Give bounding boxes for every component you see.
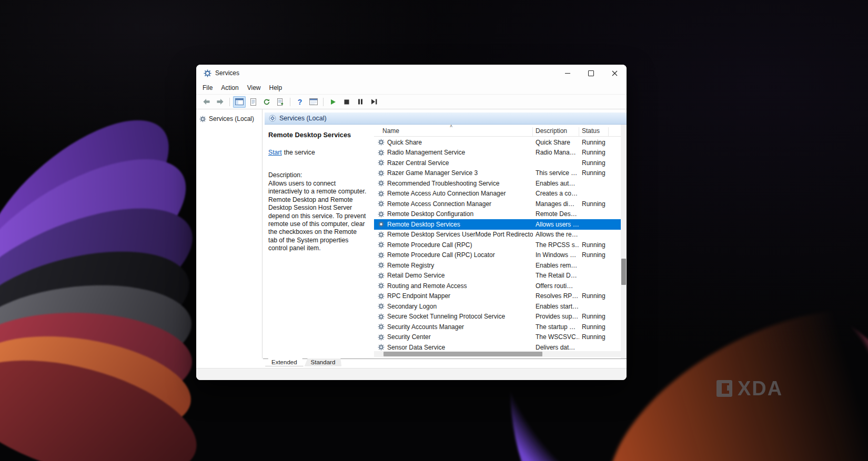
- menu-help[interactable]: Help: [265, 83, 287, 93]
- window-title: Services: [215, 69, 239, 77]
- menu-file[interactable]: File: [198, 83, 217, 93]
- service-gear-icon: [378, 231, 385, 238]
- service-name: Security Accounts Manager: [387, 323, 533, 331]
- pane-header: Services (Local): [265, 112, 627, 125]
- service-description: Resolves RP…: [533, 292, 579, 300]
- service-row[interactable]: Remote Desktop ServicesAllows users …: [374, 219, 621, 230]
- forward-icon[interactable]: [214, 96, 226, 108]
- export-icon[interactable]: [247, 96, 259, 108]
- service-status: Running: [579, 169, 609, 177]
- service-row[interactable]: Remote Access Auto Connection ManagerCre…: [374, 189, 621, 199]
- sort-ascending-icon: ˄: [450, 124, 452, 129]
- toolbar-separator: [290, 98, 290, 106]
- horizontal-scrollbar-thumb[interactable]: [383, 352, 542, 356]
- column-header-status[interactable]: Status: [579, 127, 609, 136]
- service-row[interactable]: Recommended Troubleshooting ServiceEnabl…: [374, 178, 621, 189]
- service-description: Radio Mana…: [533, 149, 579, 156]
- service-row[interactable]: Remote Desktop Services UserMode Port Re…: [374, 230, 621, 240]
- tab-extended[interactable]: Extended: [265, 358, 304, 366]
- service-description: This service …: [533, 169, 579, 177]
- service-gear-icon: [378, 190, 385, 197]
- selected-service-title: Remote Desktop Services: [268, 131, 367, 139]
- pause-service-icon[interactable]: [354, 96, 367, 108]
- service-gear-icon: [378, 323, 385, 330]
- menu-view[interactable]: View: [243, 83, 265, 93]
- service-row[interactable]: Remote RegistryEnables rem…: [374, 260, 621, 271]
- horizontal-scrollbar[interactable]: [374, 351, 621, 357]
- service-name: Sensor Data Service: [387, 344, 533, 351]
- service-gear-icon: [378, 272, 385, 279]
- service-row[interactable]: Remote Procedure Call (RPC)The RPCSS s…R…: [374, 240, 621, 250]
- service-gear-icon: [378, 241, 385, 248]
- menu-action[interactable]: Action: [217, 83, 243, 93]
- service-status: Running: [579, 200, 609, 208]
- tree-item-label: Services (Local): [209, 115, 254, 122]
- status-bar: [196, 368, 627, 380]
- service-row[interactable]: Razer Central ServiceRunning: [374, 158, 621, 168]
- service-status: Running: [579, 333, 609, 341]
- service-row[interactable]: RPC Endpoint MapperResolves RP…Running: [374, 291, 621, 302]
- window-controls: [556, 65, 627, 81]
- service-row[interactable]: Security Accounts ManagerThe startup …Ru…: [374, 322, 621, 332]
- service-gear-icon: [378, 282, 385, 289]
- maximize-icon: [588, 70, 594, 76]
- export-list-icon[interactable]: [274, 96, 287, 108]
- console-main: Services (Local) Services (Local) Remote…: [196, 109, 627, 358]
- service-row[interactable]: Radio Management ServiceRadio Mana…Runni…: [374, 148, 621, 158]
- minimize-button[interactable]: [556, 65, 579, 81]
- service-description: Enables start…: [533, 303, 579, 310]
- service-gear-icon: [378, 139, 385, 146]
- close-button[interactable]: [603, 65, 627, 81]
- service-description: The RPCSS s…: [533, 241, 579, 249]
- service-row[interactable]: Remote Procedure Call (RPC) LocatorIn Wi…: [374, 250, 621, 261]
- service-row[interactable]: Secure Socket Tunneling Protocol Service…: [374, 312, 621, 322]
- service-description: Enables aut…: [533, 180, 579, 187]
- service-name: Remote Desktop Services: [387, 221, 533, 228]
- service-row[interactable]: Quick ShareQuick ShareRunning: [374, 137, 621, 148]
- service-status: Running: [579, 323, 609, 331]
- tree-item-services-local[interactable]: Services (Local): [196, 114, 262, 124]
- title-bar[interactable]: Services: [196, 65, 627, 81]
- service-name: Remote Desktop Configuration: [387, 210, 533, 218]
- column-header-description[interactable]: Description: [533, 127, 579, 136]
- tab-standard[interactable]: Standard: [305, 358, 342, 366]
- service-name: Remote Registry: [387, 262, 533, 269]
- service-row[interactable]: Secondary LogonEnables start…: [374, 301, 621, 312]
- service-description: Enables rem…: [533, 262, 579, 269]
- service-gear-icon: [378, 293, 385, 300]
- show-console-tree-icon[interactable]: [233, 96, 246, 108]
- service-description: In Windows …: [533, 251, 579, 259]
- restart-service-icon[interactable]: [368, 96, 380, 108]
- service-row[interactable]: Retail Demo ServiceThe Retail D…: [374, 271, 621, 281]
- pane-content: Remote Desktop Services Startthe service…: [265, 125, 627, 358]
- service-name: Remote Desktop Services UserMode Port Re…: [387, 231, 533, 238]
- service-row[interactable]: Remote Desktop ConfigurationRemote Des…: [374, 209, 621, 220]
- start-service-icon[interactable]: [327, 96, 339, 108]
- service-row[interactable]: Razer Game Manager Service 3This service…: [374, 168, 621, 179]
- back-icon[interactable]: [200, 96, 213, 108]
- help-icon[interactable]: ?: [294, 96, 306, 108]
- services-app-icon: [204, 69, 211, 77]
- maximize-button[interactable]: [579, 65, 603, 81]
- vertical-scrollbar[interactable]: [621, 125, 627, 358]
- service-row[interactable]: Remote Access Connection ManagerManages …: [374, 199, 621, 209]
- service-row[interactable]: Sensor Data ServiceDelivers dat…: [374, 342, 621, 351]
- description-text: Allows users to connect interactively to…: [268, 180, 367, 253]
- service-name: Recommended Troubleshooting Service: [387, 180, 533, 187]
- service-name: Retail Demo Service: [387, 272, 533, 279]
- xda-logo-text: XDA: [738, 378, 783, 398]
- minimize-icon: [565, 73, 570, 74]
- service-row[interactable]: Routing and Remote AccessOffers routi…: [374, 281, 621, 291]
- service-rows: Quick ShareQuick ShareRunningRadio Manag…: [374, 137, 621, 351]
- column-header-name[interactable]: Name: [374, 127, 533, 136]
- start-service-suffix: the service: [284, 149, 315, 156]
- stop-service-icon[interactable]: [340, 96, 353, 108]
- refresh-icon[interactable]: [260, 96, 273, 108]
- service-status: Running: [579, 292, 609, 300]
- start-service-link[interactable]: Start: [268, 149, 282, 156]
- description-label: Description:: [268, 171, 367, 179]
- service-name: RPC Endpoint Mapper: [387, 292, 533, 300]
- properties-icon[interactable]: [307, 96, 320, 108]
- service-row[interactable]: Security CenterThe WSCSVC…Running: [374, 332, 621, 343]
- vertical-scrollbar-thumb[interactable]: [621, 259, 626, 285]
